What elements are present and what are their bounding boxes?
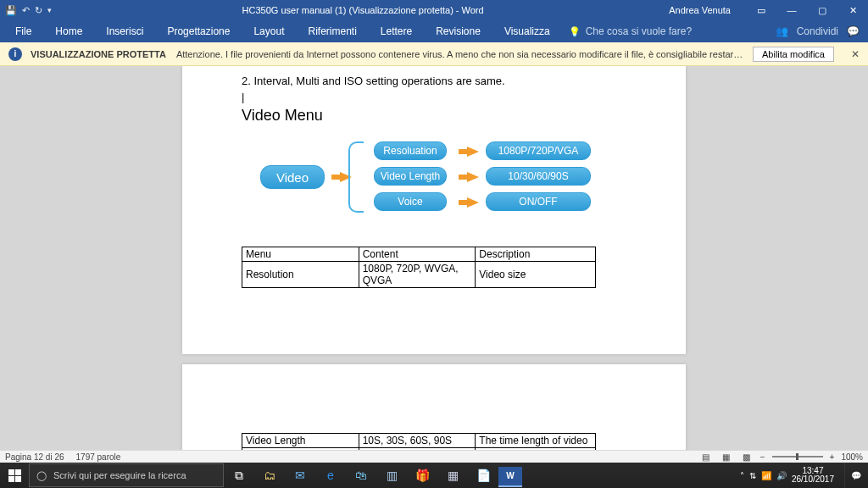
diagram-wide-0: 1080P/720P/VGA <box>486 141 591 160</box>
system-tray: ˄ ⇅ 📶 🔊 13:47 26/10/2017 💬 <box>740 463 868 488</box>
task-view-icon[interactable]: ⧉ <box>224 463 254 488</box>
arrow-icon <box>467 147 479 157</box>
bracket-icon <box>348 141 364 213</box>
protected-view-message: Attenzione. I file provenienti da Intern… <box>176 49 744 59</box>
diagram-mid-1: Video Length <box>374 167 447 186</box>
td: The time length of video <box>476 434 596 448</box>
shield-icon: i <box>8 47 22 61</box>
file-explorer-icon[interactable]: 🗂 <box>254 463 285 488</box>
page-12: 2. Interval, Multi and ISO setting opera… <box>182 66 686 354</box>
taskbar-date: 26/10/2017 <box>792 475 834 485</box>
quick-access-toolbar: 💾 ↶ ↻ ▾ <box>0 5 57 16</box>
arrow-icon <box>467 172 479 182</box>
maximize-button[interactable]: ▢ <box>807 0 837 20</box>
tab-file[interactable]: File <box>3 20 43 42</box>
td: Resolution <box>242 262 359 288</box>
diagram-root: Video <box>260 165 325 189</box>
table-row: Menu Content Description <box>242 247 596 262</box>
tab-review[interactable]: Revisione <box>424 20 492 42</box>
diagram: Video Resoluation 1080P/720P/VGA Video L… <box>248 140 626 233</box>
wifi-icon[interactable]: 📶 <box>761 471 771 480</box>
redo-icon[interactable]: ↻ <box>35 5 42 16</box>
protected-view-title: VISUALIZZAZIONE PROTETTA <box>31 49 166 59</box>
comments-icon[interactable]: 💬 <box>847 25 860 37</box>
share-icon[interactable]: 👥 <box>776 25 788 37</box>
cortana-icon: ◯ <box>36 470 47 481</box>
status-words[interactable]: 1797 parole <box>76 452 121 462</box>
mail-icon[interactable]: ✉ <box>285 463 315 488</box>
paragraph: 2. Interval, Multi and ISO setting opera… <box>242 75 626 87</box>
document-area[interactable]: 2. Interval, Multi and ISO setting opera… <box>0 66 868 450</box>
diagram-wide-1: 10/30/60/90S <box>486 167 591 186</box>
td: 1080P, 720P, WVGA, QVGA <box>359 262 476 288</box>
share-label[interactable]: Condividi <box>797 25 838 37</box>
start-button[interactable] <box>0 463 29 488</box>
minimize-button[interactable]: — <box>776 0 807 20</box>
zoom-in-button[interactable]: + <box>830 452 835 462</box>
web-layout-icon[interactable]: ▩ <box>738 451 754 463</box>
tell-me[interactable]: Che cosa si vuole fare? <box>569 25 692 37</box>
user-name[interactable]: Andrea Venuta <box>669 5 746 15</box>
bulb-icon <box>569 25 581 37</box>
taskbar: ◯ Scrivi qui per eseguire la ricerca ⧉ 🗂… <box>0 463 868 488</box>
gift-icon[interactable]: 🎁 <box>407 463 437 488</box>
page-13: Video Length 10S, 30S, 60S, 90S The time… <box>182 364 686 450</box>
print-layout-icon[interactable]: ▦ <box>718 451 733 463</box>
status-bar: Pagina 12 di 26 1797 parole ▤ ▦ ▩ − + 10… <box>0 450 868 463</box>
tab-mailings[interactable]: Lettere <box>369 20 424 42</box>
tab-view[interactable]: Visualizza <box>492 20 562 42</box>
arrow-icon <box>467 197 479 208</box>
table-2: Video Length 10S, 30S, 60S, 90S The time… <box>242 433 596 450</box>
action-center-icon[interactable]: 💬 <box>844 463 866 488</box>
taskbar-search[interactable]: ◯ Scrivi qui per eseguire la ricerca <box>29 463 224 487</box>
heading: Video Menu <box>242 107 626 125</box>
taskbar-search-placeholder: Scrivi qui per eseguire la ricerca <box>53 470 186 480</box>
tab-references[interactable]: Riferimenti <box>296 20 368 42</box>
td: Video size <box>476 262 596 288</box>
taskbar-clock[interactable]: 13:47 26/10/2017 <box>792 467 839 485</box>
text-cursor: | <box>242 91 626 103</box>
status-page[interactable]: Pagina 12 di 26 <box>5 452 64 462</box>
table-1: Menu Content Description Resolution 1080… <box>242 247 596 288</box>
network-icon[interactable]: ⇅ <box>749 471 756 480</box>
store-icon[interactable]: 🛍 <box>346 463 376 488</box>
diagram-mid-0: Resoluation <box>374 141 447 160</box>
zoom-slider[interactable] <box>772 456 823 458</box>
app2-icon[interactable]: ▦ <box>437 463 468 488</box>
protected-view-close-icon[interactable]: ✕ <box>851 48 860 60</box>
tab-layout[interactable]: Layout <box>242 20 296 42</box>
ribbon-display-icon[interactable]: ▭ <box>746 0 776 20</box>
tell-me-label: Che cosa si vuole fare? <box>586 25 692 37</box>
window-title: HC350G user manual (1) (Visualizzazione … <box>57 5 669 15</box>
undo-icon[interactable]: ↶ <box>22 5 30 16</box>
td: 10S, 30S, 60S, 90S <box>359 434 476 448</box>
tab-design[interactable]: Progettazione <box>155 20 242 42</box>
zoom-out-button[interactable]: − <box>760 452 765 462</box>
table-row: Resolution 1080P, 720P, WVGA, QVGA Video… <box>242 262 596 288</box>
qat-dropdown-icon[interactable]: ▾ <box>47 6 52 14</box>
titlebar: 💾 ↶ ↻ ▾ HC350G user manual (1) (Visualiz… <box>0 0 868 20</box>
protected-view-bar: i VISUALIZZAZIONE PROTETTA Attenzione. I… <box>0 42 868 66</box>
volume-icon[interactable]: 🔊 <box>776 471 787 480</box>
enable-editing-button[interactable]: Abilita modifica <box>753 47 834 62</box>
word-icon[interactable]: W <box>498 467 522 487</box>
diagram-wide-2: ON/OFF <box>486 192 591 211</box>
windows-icon <box>8 469 21 482</box>
td: Video Length <box>242 434 359 448</box>
table-row: Video Length 10S, 30S, 60S, 90S The time… <box>242 434 596 448</box>
close-button[interactable]: ✕ <box>837 0 868 20</box>
app-icon[interactable]: ▥ <box>376 463 407 488</box>
save-icon[interactable]: 💾 <box>5 5 17 16</box>
edge-icon[interactable]: e <box>315 463 346 488</box>
tray-chevron-icon[interactable]: ˄ <box>740 471 744 480</box>
th: Description <box>476 247 596 262</box>
th: Menu <box>242 247 359 262</box>
doc-icon[interactable]: 📄 <box>468 463 498 488</box>
tab-insert[interactable]: Inserisci <box>94 20 155 42</box>
diagram-mid-2: Voice <box>374 192 447 211</box>
th: Content <box>359 247 476 262</box>
read-mode-icon[interactable]: ▤ <box>698 451 713 463</box>
zoom-level[interactable]: 100% <box>841 452 863 462</box>
tab-home[interactable]: Home <box>43 20 94 42</box>
ribbon: File Home Inserisci Progettazione Layout… <box>0 20 868 42</box>
